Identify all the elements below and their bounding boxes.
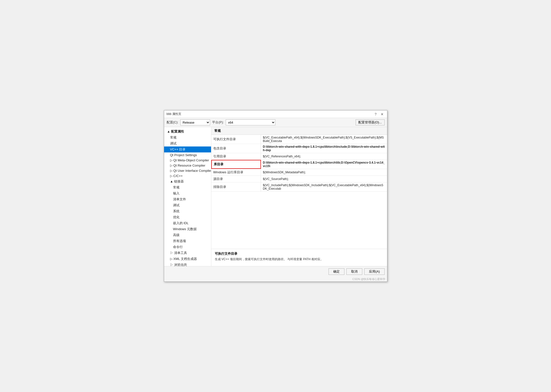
description-text: 生成 VC++ 项目期间，搜索可执行文件时使用的路径。 与环境变量 PATH 相… [215, 257, 384, 261]
prop-name: 库目录 [211, 160, 261, 169]
prop-name: Windows 运行库目录 [211, 169, 261, 176]
prop-row[interactable]: 引用目录$(VC_ReferencesPath_x64); [211, 153, 387, 160]
apply-button[interactable]: 应用(A) [364, 268, 384, 275]
sidebar-item-cpp[interactable]: ▷ C/C++ [164, 173, 211, 178]
prop-name: 可执行文件目录 [211, 135, 261, 144]
sidebar-item-linker-input[interactable]: 输入 [164, 190, 211, 196]
prop-value: $(VC_SourcePath); [261, 176, 387, 182]
prop-value: $(WindowsSDK_MetadataPath); [261, 169, 387, 176]
sidebar-item-qt-ui[interactable]: ▷ Qt User Interface Compiler [164, 168, 211, 173]
platform-label: 平台(P): [212, 120, 224, 125]
cancel-button[interactable]: 取消 [346, 268, 362, 275]
prop-value: D:\libtorch-win-shared-with-deps-1.8.1+c… [261, 144, 387, 153]
toolbar: 配置(C): Release 平台(P): x64 配置管理器(O)... [164, 118, 387, 127]
sidebar-item-linker-manifest[interactable]: 清单文件 [164, 196, 211, 202]
sidebar-item-vc-dirs[interactable]: VC++ 目录 [164, 146, 211, 152]
properties-table: 可执行文件目录$(VC_ExecutablePath_x64);$(Window… [211, 135, 387, 249]
description-title: 可执行文件目录 [215, 251, 384, 256]
sidebar-item-manifest-tool[interactable]: ▷ 清单工具 [164, 250, 211, 256]
sidebar-item-qt-resource[interactable]: ▷ Qt Resource Compiler [164, 163, 211, 168]
footer: 确定 取消 应用(A) [164, 266, 387, 277]
sidebar-item-linker-optimize[interactable]: 优化 [164, 214, 211, 220]
prop-row[interactable]: 排除目录$(VC_IncludePath);$(WindowsSDK_Inclu… [211, 182, 387, 192]
ok-button[interactable]: 确定 [329, 268, 344, 275]
prop-name: 排除目录 [211, 182, 261, 191]
window-title: bbb 属性页 [167, 112, 181, 116]
config-manager-button[interactable]: 配置管理器(O)... [356, 119, 385, 125]
sidebar-item-config-props[interactable]: ▲ 配置属性 [164, 129, 211, 135]
sidebar-item-linker-debug[interactable]: 调试 [164, 202, 211, 208]
prop-row[interactable]: 包含目录D:\libtorch-win-shared-with-deps-1.8… [211, 144, 387, 153]
prop-row[interactable]: Windows 运行库目录$(WindowsSDK_MetadataPath); [211, 169, 387, 176]
platform-select[interactable]: x64 [226, 119, 275, 125]
content-panel: 常规 可执行文件目录$(VC_ExecutablePath_x64);$(Win… [211, 127, 387, 266]
help-button[interactable]: ? [374, 112, 378, 116]
prop-value: D:\libtorch-win-shared-with-deps-1.8.1+c… [261, 160, 387, 169]
main-content: ▲ 配置属性常规调试VC++ 目录Qt Project Settings▷ Qt… [164, 127, 387, 266]
title-bar: bbb 属性页 ? ✕ [164, 110, 387, 118]
prop-name: 源目录 [211, 176, 261, 182]
config-label: 配置(C): [167, 120, 179, 125]
sidebar-item-debug[interactable]: 调试 [164, 141, 211, 146]
main-window: bbb 属性页 ? ✕ 配置(C): Release 平台(P): x64 配置… [164, 110, 387, 282]
prop-row[interactable]: 库目录D:\libtorch-win-shared-with-deps-1.8.… [211, 160, 387, 169]
sidebar-item-linker-general[interactable]: 常规 [164, 184, 211, 190]
sidebar: ▲ 配置属性常规调试VC++ 目录Qt Project Settings▷ Qt… [164, 127, 211, 266]
description-panel: 可执行文件目录 生成 VC++ 项目期间，搜索可执行文件时使用的路径。 与环境变… [211, 249, 387, 266]
prop-row[interactable]: 源目录$(VC_SourcePath); [211, 176, 387, 182]
content-header: 常规 [211, 127, 387, 135]
prop-name: 包含目录 [211, 144, 261, 153]
sidebar-item-xml-gen[interactable]: ▷ XML 文档生成器 [164, 256, 211, 262]
sidebar-item-linker[interactable]: ▲ 链接器 [164, 178, 211, 184]
prop-row[interactable]: 可执行文件目录$(VC_ExecutablePath_x64);$(Window… [211, 135, 387, 144]
config-select[interactable]: Release [180, 119, 210, 125]
sidebar-item-qt-project[interactable]: Qt Project Settings [164, 152, 211, 158]
sidebar-item-linker-embedded-idl[interactable]: 嵌入的 IDL [164, 220, 211, 226]
prop-value: $(VC_ReferencesPath_x64); [261, 153, 387, 160]
sidebar-item-linker-system[interactable]: 系统 [164, 208, 211, 214]
sidebar-item-general[interactable]: 常规 [164, 135, 211, 141]
sidebar-item-linker-all-options[interactable]: 所有选项 [164, 238, 211, 244]
prop-value: $(VC_IncludePath);$(WindowsSDK_IncludePa… [261, 182, 387, 191]
sidebar-item-linker-cmdline[interactable]: 命令行 [164, 244, 211, 250]
sidebar-item-linker-advanced[interactable]: 高级 [164, 232, 211, 238]
sidebar-item-qt-meta[interactable]: ▷ Qt Meta-Object Compiler [164, 158, 211, 163]
title-bar-controls: ? ✕ [374, 112, 385, 116]
sidebar-item-linker-windows-metadata[interactable]: Windows 元数据 [164, 226, 211, 232]
close-button[interactable]: ✕ [380, 112, 385, 116]
watermark: CSDN @快乐每省心爱和学 [164, 277, 387, 282]
sidebar-item-browse-info[interactable]: ▷ 浏览信息 [164, 262, 211, 266]
prop-name: 引用目录 [211, 153, 261, 160]
prop-value: $(VC_ExecutablePath_x64);$(WindowsSDK_Ex… [261, 135, 387, 144]
